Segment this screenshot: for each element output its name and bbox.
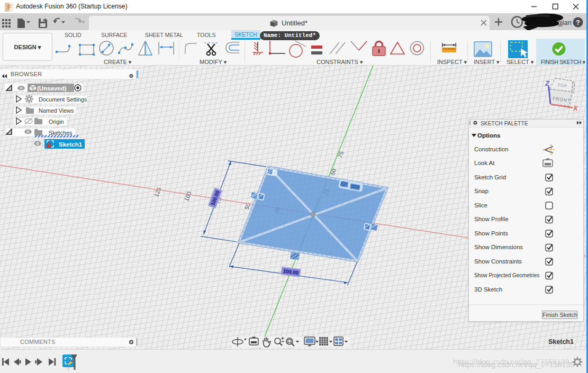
svg-text:?: ? — [576, 19, 580, 26]
svg-text:Origin: Origin — [49, 119, 64, 125]
svg-text:Sketch1: Sketch1 — [59, 141, 83, 148]
svg-text:Sketches: Sketches — [49, 130, 73, 136]
svg-text:Document Settings: Document Settings — [39, 96, 87, 103]
svg-text:Z: Z — [545, 79, 550, 87]
svg-text:Named Views: Named Views — [39, 107, 74, 114]
svg-text:(Unsaved): (Unsaved) — [37, 85, 67, 92]
svg-text:F: F — [7, 4, 11, 11]
svg-text:X: X — [573, 104, 578, 112]
